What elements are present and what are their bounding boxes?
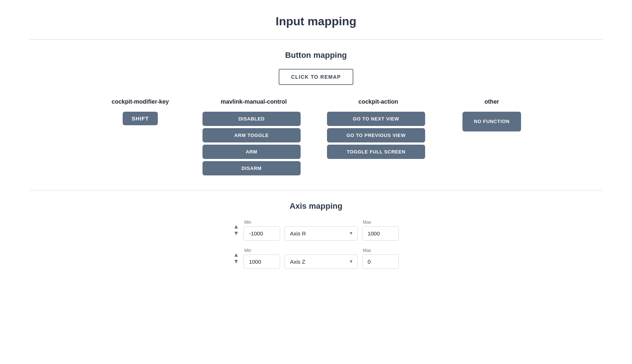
button-mapping-section: Button mapping CLICK TO REMAP cockpit-mo… bbox=[29, 51, 603, 175]
axis-row-1-min-field: Min bbox=[243, 220, 280, 241]
axis-row-2-max-label: Max bbox=[362, 248, 399, 253]
axis-row-2-min-input[interactable] bbox=[243, 255, 280, 269]
shift-badge-button[interactable]: SHIFT bbox=[123, 112, 157, 125]
arrow-down-icon-2: ▼ bbox=[233, 259, 239, 264]
axis-row-1-select-wrapper: Axis R Axis Z Axis X Axis Y ▼ bbox=[285, 226, 358, 241]
axis-row-1-select[interactable]: Axis R Axis Z Axis X Axis Y bbox=[285, 226, 358, 241]
axis-row-1: ▲ ▼ Min Axis R Axis Z Axis X Axis Y bbox=[233, 220, 399, 241]
list-item-next-view[interactable]: GO TO NEXT VIEW bbox=[327, 112, 425, 126]
column-header-action: cockpit-action bbox=[358, 98, 398, 106]
axis-row-1-min-input[interactable] bbox=[243, 226, 280, 241]
column-header-mavlink: mavlink-manual-control bbox=[221, 98, 287, 106]
axis-row-1-select-container: Axis R Axis Z Axis X Axis Y ▼ bbox=[285, 220, 358, 241]
column-cockpit-modifier-key: cockpit-modifier-key SHIFT bbox=[100, 98, 181, 125]
no-function-button[interactable]: NO FUNCTION bbox=[462, 112, 521, 131]
action-scroll-container: GO TO NEXT VIEW GO TO PREVIOUS VIEW TOGG… bbox=[327, 112, 430, 159]
arrow-up-icon-2: ▲ bbox=[233, 252, 239, 258]
mapping-columns: cockpit-modifier-key SHIFT mavlink-manua… bbox=[29, 98, 603, 175]
arrow-up-icon: ▲ bbox=[233, 224, 239, 230]
axis-row-2: ▲ ▼ Min Axis R Axis Z Axis X Axis Y bbox=[233, 248, 399, 269]
column-other: other NO FUNCTION bbox=[451, 98, 532, 131]
list-item-disabled[interactable]: DISABLED bbox=[202, 112, 301, 126]
axis-row-2-select-container: Axis R Axis Z Axis X Axis Y ▼ bbox=[285, 248, 358, 269]
mavlink-scroll-list[interactable]: DISABLED ARM TOGGLE ARM DISARM bbox=[202, 112, 305, 175]
axis-row-1-arrows[interactable]: ▲ ▼ bbox=[233, 224, 239, 236]
axis-row-2-max-field: Max bbox=[362, 248, 399, 269]
list-item-toggle-full[interactable]: TOGGLE FULL SCREEN bbox=[327, 145, 425, 159]
arrow-down-icon: ▼ bbox=[233, 230, 239, 236]
axis-row-1-max-input[interactable] bbox=[362, 226, 399, 241]
axis-row-1-min-label: Min bbox=[243, 220, 280, 225]
button-mapping-title: Button mapping bbox=[29, 51, 603, 60]
action-scroll-list[interactable]: GO TO NEXT VIEW GO TO PREVIOUS VIEW TOGG… bbox=[327, 112, 430, 159]
axis-row-1-max-label: Max bbox=[362, 220, 399, 225]
axis-row-2-max-input[interactable] bbox=[362, 255, 399, 269]
axis-row-2-arrows[interactable]: ▲ ▼ bbox=[233, 252, 239, 264]
list-item-arm[interactable]: ARM bbox=[202, 145, 301, 159]
list-item-prev-view[interactable]: GO TO PREVIOUS VIEW bbox=[327, 128, 425, 142]
mavlink-scroll-container: DISABLED ARM TOGGLE ARM DISARM bbox=[202, 112, 305, 175]
axis-rows: ▲ ▼ Min Axis R Axis Z Axis X Axis Y bbox=[29, 220, 603, 269]
section-divider-top bbox=[29, 39, 603, 40]
axis-row-2-select[interactable]: Axis R Axis Z Axis X Axis Y bbox=[285, 255, 358, 269]
page-title: Input mapping bbox=[29, 15, 603, 28]
axis-row-1-select-label bbox=[285, 220, 358, 225]
axis-row-2-min-field: Min bbox=[243, 248, 280, 269]
column-cockpit-action: cockpit-action GO TO NEXT VIEW GO TO PRE… bbox=[327, 98, 430, 159]
remap-button[interactable]: CLICK TO REMAP bbox=[279, 69, 353, 85]
axis-row-2-min-label: Min bbox=[243, 248, 280, 253]
column-mavlink-manual-control: mavlink-manual-control DISABLED ARM TOGG… bbox=[202, 98, 305, 175]
axis-mapping-section: Axis mapping ▲ ▼ Min Axis R bbox=[29, 190, 603, 269]
list-item-disarm[interactable]: DISARM bbox=[202, 161, 301, 175]
column-header-other: other bbox=[484, 98, 499, 106]
axis-row-1-max-field: Max bbox=[362, 220, 399, 241]
column-header-modifier: cockpit-modifier-key bbox=[112, 98, 169, 106]
axis-row-2-select-wrapper: Axis R Axis Z Axis X Axis Y ▼ bbox=[285, 255, 358, 269]
axis-mapping-title: Axis mapping bbox=[29, 201, 603, 211]
remap-button-container: CLICK TO REMAP bbox=[29, 69, 603, 85]
list-item-arm-toggle[interactable]: ARM TOGGLE bbox=[202, 128, 301, 142]
section-divider-axis bbox=[29, 190, 603, 190]
axis-row-2-select-label bbox=[285, 248, 358, 253]
